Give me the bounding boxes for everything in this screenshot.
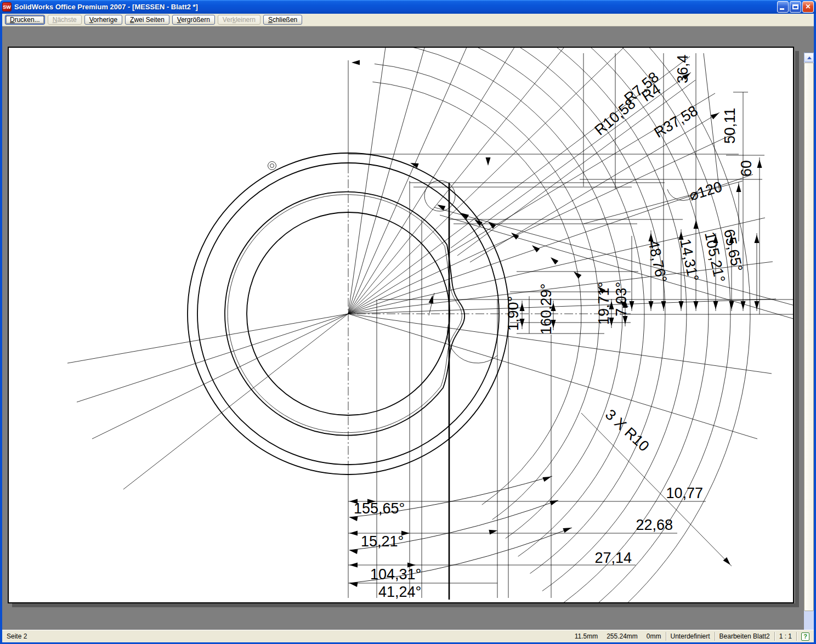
maximize-button[interactable] [790,1,801,13]
status-page: Seite 2 [2,630,570,642]
dim-label-41-24: 41,24° [378,584,421,600]
dim-label-155-65: 155,65° [354,500,405,517]
dim-label-1-90: 1,90° [505,296,522,331]
close-icon: ✕ [803,2,813,12]
dim-label-14-31: 14,31° [677,238,702,283]
naechste-button[interactable]: Nächste [48,15,82,25]
app-icon: SW [2,2,12,12]
status-scale: 1 : 1 [775,630,796,642]
dim-label-50-11: 50,11 [722,108,738,144]
dim-label-104-31: 104,31° [370,566,421,583]
help-icon[interactable]: ? [801,632,809,641]
chevron-up-icon [807,57,812,59]
dim-label-27-14: 27,14 [594,550,632,566]
window-border [0,14,2,644]
print-preview-toolbar: Drucken... Nächste Vorherige Zwei Seiten… [2,14,814,26]
dim-label-60: 60 [738,160,755,177]
minimize-button[interactable] [777,1,789,13]
dim-label-48-76: 48,76° [645,239,670,284]
drawing-canvas: R10,58 R7,58 R4 R37,58 36,4 50,11 60 ⌀12… [9,48,793,602]
drawing-page: R10,58 R7,58 R4 R37,58 36,4 50,11 60 ⌀12… [8,47,794,603]
centerlines [348,60,631,598]
app-window: SW SolidWorks Office Premium 2007 - [MES… [0,0,816,644]
status-pos-z: 0mm [642,630,666,642]
status-pos-y: 255.24mm [602,630,642,642]
preview-area: R10,58 R7,58 R4 R37,58 36,4 50,11 60 ⌀12… [2,26,814,630]
dim-label-160-29: 160,29° [538,284,554,335]
page-shadow [12,603,799,607]
dim-label-22-68: 22,68 [636,517,673,533]
title-bar: SW SolidWorks Office Premium 2007 - [MES… [0,0,816,14]
page-shadow [795,51,799,607]
vertical-scrollbar[interactable] [804,53,814,630]
vergroessern-button[interactable]: Vergrößern [172,15,215,25]
close-button[interactable]: ✕ [802,1,814,13]
dim-label-15-21: 15,21° [361,533,404,550]
drucken-button[interactable]: Drucken... [5,15,45,25]
scrollbar-thumb[interactable] [804,63,814,611]
minimize-icon [780,8,784,10]
status-pos-x: 11.5mm [570,630,602,642]
window-title: SolidWorks Office Premium 2007 - [MESSEN… [14,3,777,11]
dim-label-r37-58: R37,58 [651,103,701,142]
dim-label-dia120: ⌀120 [687,178,724,204]
maximize-icon [792,4,798,9]
window-border [814,14,816,644]
dim-label-19-71: 19,71° [596,282,612,325]
dim-label-10-77: 10,77 [666,485,703,501]
dim-label-7-03: 7,03° [613,282,630,317]
schliessen-button[interactable]: Schließen [263,15,302,25]
zwei-seiten-button[interactable]: Zwei Seiten [125,15,169,25]
verkleinern-button[interactable]: Verkleinern [218,15,260,25]
vorherige-button[interactable]: Vorherige [84,15,122,25]
status-bar: Seite 2 11.5mm 255.24mm 0mm Unterdefinie… [2,630,814,642]
dim-label-36-4: 36,4 [675,54,691,83]
status-edit-mode: Bearbeiten Blatt2 [715,630,774,642]
scroll-up-button[interactable] [804,53,814,62]
status-state: Unterdefiniert [666,630,715,642]
